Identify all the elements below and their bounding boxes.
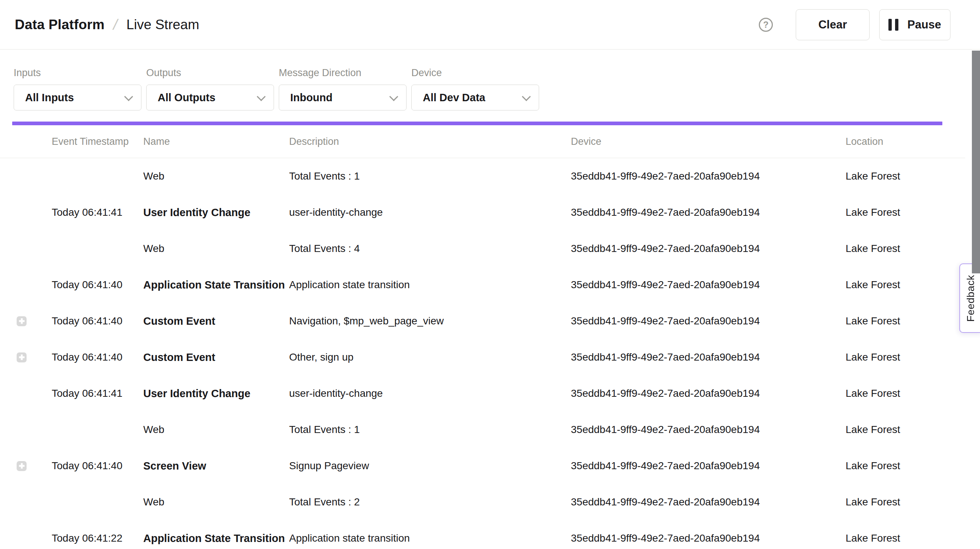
chevron-down-icon [522,92,531,101]
pause-icon [888,19,898,31]
expand-plus-icon[interactable] [17,353,27,362]
event-description-cell: Total Events : 1 [289,170,571,182]
chevron-down-icon [389,92,398,101]
event-timestamp-cell: Today 06:41:40 [52,351,143,363]
filter-group-message-direction: Message Direction Inbound [279,67,407,110]
event-location-cell: Lake Forest [846,351,980,363]
expand-plus-icon[interactable] [17,316,27,326]
event-device-cell: 35eddb41-9ff9-49e2-7aed-20afa90eb194 [571,206,846,219]
clear-button[interactable]: Clear [796,9,870,40]
filter-bar: Inputs All Inputs Outputs All Outputs Me… [0,49,980,110]
column-header-device: Device [571,136,846,147]
event-location-cell: Lake Forest [846,170,980,182]
event-name-cell: User Identity Change [143,206,289,219]
feedback-tab-label: Feedback [965,275,977,322]
outputs-filter-label: Outputs [146,67,274,79]
event-description-cell: user-identity-change [289,206,571,219]
vertical-scrollbar-thumb[interactable] [972,51,980,273]
table-row[interactable]: Today 06:41:40 Screen View Signup Pagevi… [0,448,980,484]
device-filter-value: All Dev Data [423,92,485,104]
device-filter-select[interactable]: All Dev Data [411,85,539,110]
event-device-cell: 35eddb41-9ff9-49e2-7aed-20afa90eb194 [571,388,846,399]
inputs-filter-value: All Inputs [25,92,74,104]
event-device-cell: 35eddb41-9ff9-49e2-7aed-20afa90eb194 [571,496,846,508]
event-timestamp-cell: Today 06:41:22 [52,532,143,544]
event-description-cell: user-identity-change [289,388,571,399]
event-device-cell: 35eddb41-9ff9-49e2-7aed-20afa90eb194 [571,279,846,291]
table-row[interactable]: Today 06:41:40 Application State Transit… [0,267,980,303]
table-row[interactable]: Today 06:41:41 User Identity Change user… [0,194,980,231]
event-name-cell: Web [143,243,289,255]
outputs-filter-value: All Outputs [158,92,215,104]
event-description-cell: Total Events : 4 [289,243,571,255]
chevron-down-icon [257,92,266,101]
event-name-cell: Application State Transition [143,279,289,291]
outputs-filter-select[interactable]: All Outputs [146,85,274,110]
table-row[interactable]: Today 06:41:40 Custom Event Navigation, … [0,303,980,339]
event-name-cell: User Identity Change [143,388,289,400]
help-icon[interactable]: ? [759,18,773,32]
event-timestamp-cell: Today 06:41:41 [52,388,143,399]
event-name-cell: Web [143,170,289,182]
event-name-cell: Web [143,424,289,436]
table-row[interactable]: Today 06:41:41 User Identity Change user… [0,375,980,412]
event-location-cell: Lake Forest [846,388,980,399]
table-row[interactable]: Today 06:41:22 Application State Transit… [0,520,980,549]
header-actions: ? Clear Pause [759,9,950,40]
event-description-cell: Navigation, $mp_web_page_view [289,315,571,327]
event-timestamp-cell: Today 06:41:40 [52,315,143,327]
event-description-cell: Total Events : 2 [289,496,571,508]
breadcrumb: Data Platform / Live Stream [15,16,199,33]
event-timestamp-cell: Today 06:41:40 [52,279,143,291]
filter-group-device: Device All Dev Data [411,67,539,110]
table-row[interactable]: Web Total Events : 2 35eddb41-9ff9-49e2-… [0,484,980,520]
event-name-cell: Web [143,496,289,508]
column-header-description: Description [289,136,571,147]
table-row[interactable]: Today 06:41:40 Custom Event Other, sign … [0,339,980,375]
device-filter-label: Device [411,67,539,79]
breadcrumb-separator: / [111,16,119,33]
event-device-cell: 35eddb41-9ff9-49e2-7aed-20afa90eb194 [571,424,846,436]
event-description-cell: Signup Pageview [289,460,571,472]
event-location-cell: Lake Forest [846,206,980,219]
event-description-cell: Application state transition [289,279,571,291]
column-header-timestamp: Event Timestamp [52,136,143,147]
pause-button[interactable]: Pause [879,9,950,40]
feedback-tab[interactable]: Feedback [959,263,980,333]
event-description-cell: Other, sign up [289,351,571,363]
column-header-location: Location [846,136,980,147]
event-name-cell: Custom Event [143,315,289,327]
event-timestamp-cell: Today 06:41:40 [52,460,143,472]
event-device-cell: 35eddb41-9ff9-49e2-7aed-20afa90eb194 [571,532,846,544]
event-description-cell: Application state transition [289,532,571,544]
expand-plus-icon[interactable] [17,461,27,471]
page-title: Live Stream [126,17,199,32]
chevron-down-icon [124,92,133,101]
message-direction-filter-value: Inbound [290,92,332,104]
event-timestamp-cell: Today 06:41:41 [52,206,143,219]
event-location-cell: Lake Forest [846,532,980,544]
app-header: Data Platform / Live Stream ? Clear Paus… [0,0,980,49]
table-header-row: Event Timestamp Name Description Device … [0,125,980,158]
message-direction-filter-label: Message Direction [279,67,407,79]
table-row[interactable]: Web Total Events : 1 35eddb41-9ff9-49e2-… [0,412,980,448]
filter-group-inputs: Inputs All Inputs [14,67,142,110]
inputs-filter-select[interactable]: All Inputs [14,85,142,110]
event-device-cell: 35eddb41-9ff9-49e2-7aed-20afa90eb194 [571,243,846,255]
table-body: Web Total Events : 1 35eddb41-9ff9-49e2-… [0,158,980,549]
table-row[interactable]: Web Total Events : 1 35eddb41-9ff9-49e2-… [0,158,980,194]
event-name-cell: Screen View [143,460,289,472]
inputs-filter-label: Inputs [14,67,142,79]
event-location-cell: Lake Forest [846,243,980,255]
event-device-cell: 35eddb41-9ff9-49e2-7aed-20afa90eb194 [571,315,846,327]
event-device-cell: 35eddb41-9ff9-49e2-7aed-20afa90eb194 [571,460,846,472]
breadcrumb-root[interactable]: Data Platform [15,17,105,32]
event-location-cell: Lake Forest [846,460,980,472]
table-row[interactable]: Web Total Events : 4 35eddb41-9ff9-49e2-… [0,231,980,267]
live-stream-table: Event Timestamp Name Description Device … [0,125,980,549]
message-direction-filter-select[interactable]: Inbound [279,85,407,110]
event-description-cell: Total Events : 1 [289,424,571,436]
event-device-cell: 35eddb41-9ff9-49e2-7aed-20afa90eb194 [571,351,846,363]
event-name-cell: Custom Event [143,351,289,364]
event-device-cell: 35eddb41-9ff9-49e2-7aed-20afa90eb194 [571,170,846,182]
